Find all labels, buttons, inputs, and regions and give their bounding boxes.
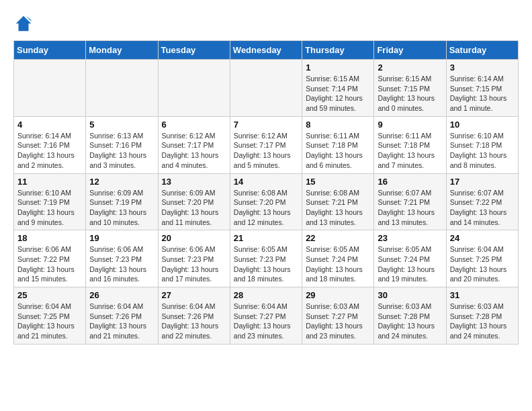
calendar-week-row: 1Sunrise: 6:15 AM Sunset: 7:14 PM Daylig… (14, 60, 519, 117)
day-info: Sunrise: 6:04 AM Sunset: 7:26 PM Dayligh… (89, 302, 154, 341)
calendar-cell (230, 60, 302, 117)
day-number: 29 (306, 290, 370, 300)
calendar-week-row: 25Sunrise: 6:04 AM Sunset: 7:25 PM Dayli… (14, 287, 519, 345)
days-header-row: SundayMondayTuesdayWednesdayThursdayFrid… (14, 41, 519, 60)
day-info: Sunrise: 6:04 AM Sunset: 7:25 PM Dayligh… (17, 302, 82, 341)
day-info: Sunrise: 6:06 AM Sunset: 7:23 PM Dayligh… (89, 244, 154, 284)
day-number: 3 (450, 62, 515, 73)
day-info: Sunrise: 6:07 AM Sunset: 7:22 PM Dayligh… (450, 188, 515, 228)
day-number: 20 (162, 233, 226, 243)
day-info: Sunrise: 6:14 AM Sunset: 7:16 PM Dayligh… (17, 131, 82, 171)
calendar-cell: 2Sunrise: 6:15 AM Sunset: 7:15 PM Daylig… (374, 60, 446, 117)
calendar-cell: 10Sunrise: 6:10 AM Sunset: 7:18 PM Dayli… (446, 116, 518, 173)
day-number: 13 (162, 177, 226, 187)
calendar-week-row: 11Sunrise: 6:10 AM Sunset: 7:19 PM Dayli… (14, 173, 519, 230)
calendar-week-row: 18Sunrise: 6:06 AM Sunset: 7:22 PM Dayli… (14, 230, 519, 287)
day-number: 1 (306, 62, 370, 73)
day-info: Sunrise: 6:05 AM Sunset: 7:24 PM Dayligh… (306, 244, 370, 284)
day-info: Sunrise: 6:10 AM Sunset: 7:19 PM Dayligh… (17, 188, 82, 228)
day-info: Sunrise: 6:15 AM Sunset: 7:15 PM Dayligh… (378, 74, 442, 113)
day-number: 17 (450, 177, 515, 187)
day-number: 14 (234, 177, 298, 187)
calendar-cell: 3Sunrise: 6:14 AM Sunset: 7:15 PM Daylig… (446, 60, 518, 117)
day-number: 12 (89, 177, 154, 187)
day-number: 25 (17, 290, 82, 300)
day-info: Sunrise: 6:07 AM Sunset: 7:21 PM Dayligh… (378, 188, 442, 228)
day-info: Sunrise: 6:04 AM Sunset: 7:25 PM Dayligh… (450, 244, 515, 284)
day-info: Sunrise: 6:05 AM Sunset: 7:23 PM Dayligh… (234, 244, 298, 284)
day-of-week-header: Monday (86, 41, 158, 60)
calendar-table: SundayMondayTuesdayWednesdayThursdayFrid… (13, 40, 519, 345)
calendar-cell: 24Sunrise: 6:04 AM Sunset: 7:25 PM Dayli… (446, 230, 518, 287)
day-number: 18 (17, 233, 82, 243)
day-info: Sunrise: 6:05 AM Sunset: 7:24 PM Dayligh… (378, 244, 442, 284)
calendar-cell (86, 60, 158, 117)
day-info: Sunrise: 6:04 AM Sunset: 7:26 PM Dayligh… (162, 302, 226, 341)
day-info: Sunrise: 6:06 AM Sunset: 7:22 PM Dayligh… (17, 244, 82, 284)
day-number: 28 (234, 290, 298, 300)
calendar-cell: 1Sunrise: 6:15 AM Sunset: 7:14 PM Daylig… (302, 60, 374, 117)
calendar-cell (158, 60, 230, 117)
calendar-cell: 15Sunrise: 6:08 AM Sunset: 7:21 PM Dayli… (302, 173, 374, 230)
day-number: 31 (450, 290, 515, 300)
day-info: Sunrise: 6:08 AM Sunset: 7:20 PM Dayligh… (234, 188, 298, 228)
day-of-week-header: Thursday (302, 41, 374, 60)
calendar-cell: 26Sunrise: 6:04 AM Sunset: 7:26 PM Dayli… (86, 287, 158, 345)
calendar-cell: 28Sunrise: 6:04 AM Sunset: 7:27 PM Dayli… (230, 287, 302, 345)
day-of-week-header: Wednesday (230, 41, 302, 60)
calendar-cell: 12Sunrise: 6:09 AM Sunset: 7:19 PM Dayli… (86, 173, 158, 230)
page-header (13, 13, 519, 34)
day-number: 19 (89, 233, 154, 243)
calendar-cell: 25Sunrise: 6:04 AM Sunset: 7:25 PM Dayli… (14, 287, 86, 345)
calendar-cell: 8Sunrise: 6:11 AM Sunset: 7:18 PM Daylig… (302, 116, 374, 173)
day-of-week-header: Sunday (14, 41, 86, 60)
day-number: 27 (162, 290, 226, 300)
day-info: Sunrise: 6:11 AM Sunset: 7:18 PM Dayligh… (306, 131, 370, 171)
day-number: 24 (450, 233, 515, 243)
calendar-cell: 6Sunrise: 6:12 AM Sunset: 7:17 PM Daylig… (158, 116, 230, 173)
calendar-cell: 4Sunrise: 6:14 AM Sunset: 7:16 PM Daylig… (14, 116, 86, 173)
calendar-cell: 7Sunrise: 6:12 AM Sunset: 7:17 PM Daylig… (230, 116, 302, 173)
day-number: 15 (306, 177, 370, 187)
calendar-cell: 27Sunrise: 6:04 AM Sunset: 7:26 PM Dayli… (158, 287, 230, 345)
day-info: Sunrise: 6:03 AM Sunset: 7:27 PM Dayligh… (306, 302, 370, 341)
day-info: Sunrise: 6:15 AM Sunset: 7:14 PM Dayligh… (306, 74, 370, 113)
day-of-week-header: Saturday (446, 41, 518, 60)
day-of-week-header: Tuesday (158, 41, 230, 60)
day-info: Sunrise: 6:14 AM Sunset: 7:15 PM Dayligh… (450, 74, 515, 113)
calendar-cell: 20Sunrise: 6:06 AM Sunset: 7:23 PM Dayli… (158, 230, 230, 287)
calendar-cell: 13Sunrise: 6:09 AM Sunset: 7:20 PM Dayli… (158, 173, 230, 230)
day-number: 10 (450, 120, 515, 130)
calendar-cell: 19Sunrise: 6:06 AM Sunset: 7:23 PM Dayli… (86, 230, 158, 287)
calendar-cell (14, 60, 86, 117)
calendar-cell: 18Sunrise: 6:06 AM Sunset: 7:22 PM Dayli… (14, 230, 86, 287)
day-info: Sunrise: 6:08 AM Sunset: 7:21 PM Dayligh… (306, 188, 370, 228)
logo-icon (13, 13, 34, 34)
calendar-cell: 29Sunrise: 6:03 AM Sunset: 7:27 PM Dayli… (302, 287, 374, 345)
calendar-cell: 16Sunrise: 6:07 AM Sunset: 7:21 PM Dayli… (374, 173, 446, 230)
day-number: 9 (378, 120, 442, 130)
day-info: Sunrise: 6:12 AM Sunset: 7:17 PM Dayligh… (234, 131, 298, 171)
day-info: Sunrise: 6:09 AM Sunset: 7:19 PM Dayligh… (89, 188, 154, 228)
day-number: 23 (378, 233, 442, 243)
day-info: Sunrise: 6:03 AM Sunset: 7:28 PM Dayligh… (450, 302, 515, 341)
day-number: 6 (162, 120, 226, 130)
day-number: 5 (89, 120, 154, 130)
day-info: Sunrise: 6:13 AM Sunset: 7:16 PM Dayligh… (89, 131, 154, 171)
calendar-cell: 17Sunrise: 6:07 AM Sunset: 7:22 PM Dayli… (446, 173, 518, 230)
day-number: 8 (306, 120, 370, 130)
day-number: 26 (89, 290, 154, 300)
day-number: 22 (306, 233, 370, 243)
day-number: 4 (17, 120, 82, 130)
day-number: 30 (378, 290, 442, 300)
day-info: Sunrise: 6:06 AM Sunset: 7:23 PM Dayligh… (162, 244, 226, 284)
calendar-cell: 5Sunrise: 6:13 AM Sunset: 7:16 PM Daylig… (86, 116, 158, 173)
day-info: Sunrise: 6:04 AM Sunset: 7:27 PM Dayligh… (234, 302, 298, 341)
day-number: 21 (234, 233, 298, 243)
calendar-week-row: 4Sunrise: 6:14 AM Sunset: 7:16 PM Daylig… (14, 116, 519, 173)
calendar-cell: 9Sunrise: 6:11 AM Sunset: 7:18 PM Daylig… (374, 116, 446, 173)
calendar-cell: 14Sunrise: 6:08 AM Sunset: 7:20 PM Dayli… (230, 173, 302, 230)
day-number: 16 (378, 177, 442, 187)
calendar-cell: 30Sunrise: 6:03 AM Sunset: 7:28 PM Dayli… (374, 287, 446, 345)
day-info: Sunrise: 6:11 AM Sunset: 7:18 PM Dayligh… (378, 131, 442, 171)
